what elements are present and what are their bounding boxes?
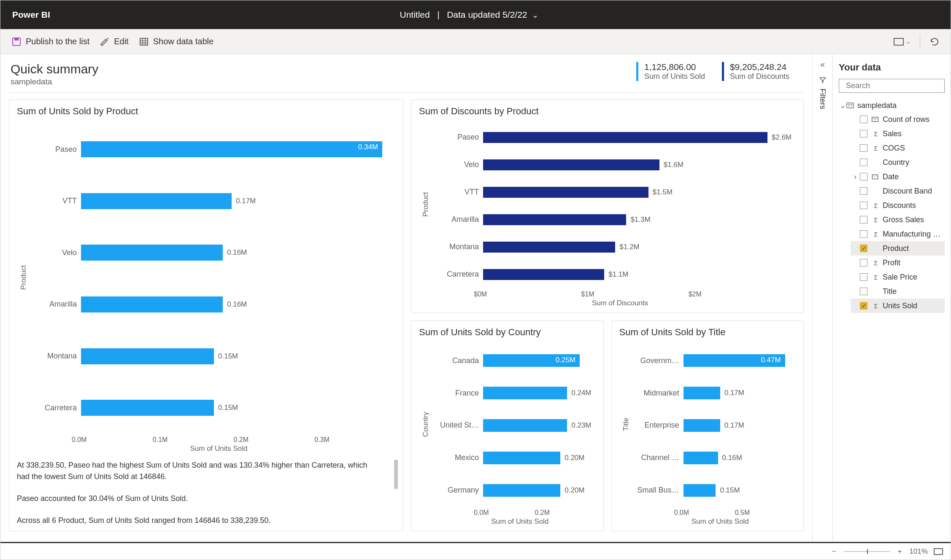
field-row[interactable]: Count of rows [851, 112, 945, 127]
bar: 0.34M [81, 141, 382, 157]
field-row[interactable]: ΣGross Sales [851, 213, 945, 227]
chart-discounts-by-product[interactable]: Sum of Discounts by Product Product Pase… [411, 100, 804, 313]
x-axis: $0M$1M$2M [474, 291, 796, 298]
search-input[interactable] [845, 81, 945, 91]
bar-row[interactable]: VTT$1.5M [432, 187, 792, 198]
chart-units-by-title[interactable]: Sum of Units Sold by Title Title Governm… [611, 320, 804, 531]
bar-row[interactable]: Canada0.25M [432, 354, 592, 367]
bar-track: 0.17M [684, 387, 792, 399]
refresh-button[interactable] [924, 34, 945, 49]
checkbox[interactable] [860, 216, 867, 223]
chevron-right-icon[interactable]: › [852, 172, 858, 181]
field-row[interactable]: Country [851, 155, 945, 170]
filters-rail[interactable]: « Filters [812, 54, 832, 543]
bar-row[interactable]: Small Bus…0.15M [633, 484, 792, 497]
field-row[interactable]: ΣManufacturing … [851, 227, 945, 241]
field-row[interactable]: ΣDiscounts [851, 198, 945, 213]
bar-row[interactable]: United St…0.23M [432, 419, 592, 432]
search-box[interactable] [839, 79, 945, 93]
bar-row[interactable]: Montana0.15M [30, 348, 391, 364]
bar-row[interactable]: VTT0.17M [30, 193, 391, 209]
bar-track: 0.15M [81, 348, 391, 364]
bar-row[interactable]: Enterprise0.17M [633, 419, 792, 432]
checkbox[interactable] [860, 130, 867, 137]
field-row[interactable]: ΣSales [851, 127, 945, 141]
bar-value: $1.1M [608, 270, 628, 279]
bar-row[interactable]: Germany0.20M [432, 484, 592, 497]
publish-button[interactable]: Publish to the list [6, 34, 95, 49]
field-row[interactable]: Discount Band [851, 184, 945, 198]
bar-row[interactable]: Amarilla0.16M [30, 296, 391, 312]
field-label: Manufacturing … [883, 230, 940, 239]
zoom-slider[interactable] [844, 551, 890, 552]
chevron-down-icon[interactable]: ⌄ [532, 11, 538, 19]
bar-row[interactable]: Paseo0.34M [30, 141, 391, 157]
chevron-down-icon[interactable]: ⌄ [839, 101, 846, 110]
title-bar: Power BI Untitled | Data updated 5/2/22 … [0, 0, 951, 29]
axis-tick: 0.3M [314, 436, 395, 444]
chart-units-by-country[interactable]: Sum of Units Sold by Country Country Can… [411, 320, 604, 531]
checkbox[interactable] [860, 202, 867, 209]
checkbox[interactable] [860, 230, 867, 238]
zoom-out-button[interactable]: − [829, 547, 840, 556]
field-row[interactable]: ΣUnits Sold [851, 299, 945, 313]
field-row[interactable]: Title [851, 284, 945, 299]
zoom-in-button[interactable]: + [894, 547, 905, 556]
layout-dropdown[interactable]: ⌄ [889, 35, 916, 48]
bar-track: 0.16M [81, 245, 391, 261]
edit-button[interactable]: Edit [95, 34, 133, 49]
bar-row[interactable]: Montana$1.2M [432, 242, 792, 253]
field-label: Count of rows [883, 115, 929, 124]
bar-row[interactable]: Amarilla$1.3M [432, 214, 792, 225]
fit-to-page-button[interactable] [934, 548, 943, 555]
bar-row[interactable]: Channel …0.16M [633, 452, 792, 464]
field-row[interactable]: ΣCOGS [851, 141, 945, 155]
bar: 0.25M [483, 354, 580, 367]
bar-row[interactable]: Carretera$1.1M [432, 269, 792, 280]
bar-row[interactable]: Carretera0.15M [30, 400, 391, 416]
bar-row[interactable]: Velo0.16M [30, 245, 391, 261]
bar [483, 387, 567, 399]
scrollbar[interactable] [394, 460, 398, 489]
checkbox[interactable] [860, 159, 867, 166]
show-data-table-button[interactable]: Show data table [134, 34, 219, 49]
x-axis-title: Sum of Units Sold [42, 444, 395, 453]
bar-row[interactable]: Velo$1.6M [432, 159, 792, 170]
checkbox[interactable] [860, 116, 867, 123]
checkbox[interactable] [860, 273, 867, 281]
checkbox[interactable] [860, 245, 867, 252]
checkbox[interactable] [860, 259, 867, 267]
collapse-icon[interactable]: « [820, 59, 825, 69]
checkbox[interactable] [860, 187, 867, 195]
bar-track: 0.15M [81, 400, 391, 416]
bar-value: 0.16M [227, 248, 247, 257]
category-label: Montana [30, 352, 81, 361]
chart-bars: Paseo$2.6MVelo$1.6MVTT$1.5MAmarilla$1.3M… [432, 121, 796, 288]
bar-row[interactable]: Governm…0.47M [633, 354, 792, 367]
doc-title[interactable]: Untitled | Data updated 5/2/22 ⌄ [50, 10, 888, 20]
field-row[interactable]: Product [851, 241, 945, 256]
report-canvas: Quick summary sampledata 1,125,806.00 Su… [0, 54, 812, 543]
field-row[interactable]: ΣSale Price [851, 270, 945, 284]
insight-line: At 338,239.50, Paseo had the highest Sum… [17, 460, 378, 482]
checkbox[interactable] [860, 144, 867, 152]
field-label: Units Sold [883, 302, 917, 310]
bar-row[interactable]: France0.24M [432, 387, 592, 399]
tree-root[interactable]: ⌄ sampledata [839, 99, 945, 112]
x-axis-title: Sum of Units Sold [444, 517, 596, 526]
filter-icon[interactable] [819, 76, 827, 84]
bar-track: 0.20M [483, 452, 592, 464]
y-axis-label: Product [17, 121, 30, 433]
bar-row[interactable]: Paseo$2.6M [432, 132, 792, 143]
bar-row[interactable]: Midmarket0.17M [633, 387, 792, 399]
field-row[interactable]: ΣProfit [851, 256, 945, 270]
bar-value: $1.6M [664, 161, 684, 169]
category-label: Paseo [30, 145, 81, 154]
checkbox[interactable] [860, 288, 867, 295]
field-row[interactable]: ›Date [851, 170, 945, 184]
bar [684, 484, 716, 497]
chart-units-by-product[interactable]: Sum of Units Sold by Product Product Pas… [9, 100, 403, 531]
checkbox[interactable] [860, 173, 867, 180]
bar-row[interactable]: Mexico0.20M [432, 452, 592, 464]
checkbox[interactable] [860, 302, 867, 310]
